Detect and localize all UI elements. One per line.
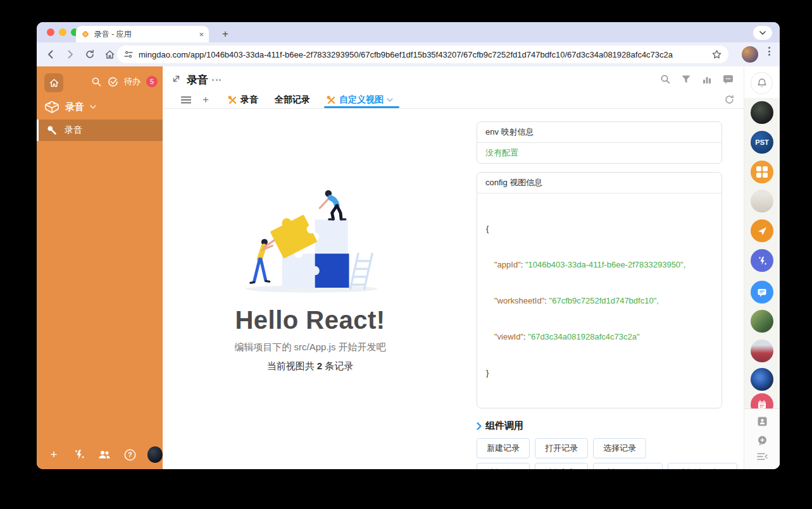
list-collapse-icon (757, 453, 768, 460)
statistics-icon[interactable] (701, 73, 713, 85)
select-org-role-button[interactable]: 选择组织角色 (593, 463, 663, 469)
notifications-button[interactable] (751, 72, 773, 94)
record-count-text: 当前视图共2条记录 (163, 360, 458, 372)
app-name: 录音 (65, 101, 84, 113)
view-tab-recording[interactable]: 录音 (228, 92, 258, 108)
dock-avatar-2[interactable] (751, 190, 773, 212)
hello-title: Hello React! (163, 306, 458, 334)
forward-button[interactable] (61, 46, 79, 63)
config-json: { "appId": "1046b403-33da-411f-b6ee-2f78… (477, 193, 721, 408)
select-department-button[interactable]: 选择部门 (535, 463, 588, 469)
app-sidebar: 待办 5 录音 录音 + ? (37, 66, 163, 469)
collapse-diagonal-icon[interactable] (172, 74, 181, 86)
close-tab-icon[interactable]: × (199, 30, 204, 39)
debug-panel: env 映射信息 没有配置 config 视图信息 { "appId": "10… (477, 121, 722, 469)
dock-avatar-4[interactable] (751, 340, 773, 362)
dock-automation-button[interactable] (751, 249, 773, 272)
reload-button[interactable] (81, 46, 99, 63)
user-avatar[interactable] (147, 446, 163, 463)
paper-plane-icon (757, 226, 768, 236)
browser-menu-icon[interactable] (764, 47, 774, 56)
address-bar[interactable]: mingdao.com/app/1046b403-33da-411f-b6ee-… (117, 46, 728, 63)
dock-avatar-1[interactable] (751, 101, 773, 124)
todo-label[interactable]: 待办 (124, 76, 141, 87)
new-chat-button[interactable] (756, 434, 768, 446)
refresh-view-button[interactable] (724, 94, 735, 107)
custom-view-icon (228, 95, 237, 105)
add-view-button[interactable]: + (200, 94, 211, 106)
env-info-box: env 映射信息 没有配置 (477, 121, 722, 164)
minimize-window-button[interactable] (59, 28, 66, 36)
search-icon[interactable] (91, 77, 102, 87)
dock-send-button[interactable] (751, 219, 773, 242)
component-buttons-row-2: 选择人员 选择部门 选择组织角色 选择地图定位 (477, 463, 722, 469)
chevron-down-icon (90, 105, 96, 109)
dock-chat-button[interactable] (751, 281, 773, 304)
select-record-button[interactable]: 选择记录 (593, 438, 646, 458)
components-section-title: 组件调用 (485, 420, 523, 432)
right-dock: PST (744, 66, 780, 469)
chat-plus-icon (757, 435, 768, 446)
config-box-title: config 视图信息 (477, 173, 721, 193)
tab-title: 录音 - 应用 (94, 29, 194, 40)
bell-icon (757, 78, 767, 89)
hello-react-section: Hello React! 编辑项目下的 src/App.js 开始开发吧 当前视… (163, 109, 458, 469)
select-map-location-button[interactable]: 选择地图定位 (668, 463, 737, 469)
dock-pst-badge[interactable]: PST (751, 131, 773, 154)
browser-tab[interactable]: 录音 - 应用 × (76, 26, 209, 42)
record-search-icon[interactable] (659, 73, 671, 85)
url-text[interactable]: mingdao.com/app/1046b403-33da-411f-b6ee-… (139, 50, 706, 59)
filter-icon[interactable] (680, 73, 692, 85)
todo-check-icon[interactable] (108, 77, 118, 87)
contacts-button[interactable] (756, 415, 768, 427)
discussion-icon[interactable] (722, 73, 734, 85)
view-tab-all-records[interactable]: 全部记录 (275, 92, 310, 108)
worksheet-title: 录音 (187, 73, 208, 87)
sidebar-item-recording[interactable]: 录音 (37, 120, 163, 141)
dock-avatar-earth[interactable] (751, 368, 773, 391)
home-button[interactable] (101, 46, 118, 63)
browser-tab-bar: 录音 - 应用 × + (37, 22, 780, 42)
worksheet-main: 录音 + 录音 全部记录 (163, 66, 744, 469)
open-record-button[interactable]: 打开记录 (535, 438, 588, 458)
chevron-down-icon[interactable] (387, 98, 393, 102)
dock-apps-button[interactable] (751, 161, 773, 183)
env-box-body: 没有配置 (477, 143, 721, 163)
svg-text:?: ? (128, 451, 132, 458)
close-window-button[interactable] (47, 28, 54, 36)
more-options-icon[interactable] (212, 79, 221, 81)
puzzle-illustration (231, 183, 389, 297)
home-nav-button[interactable] (44, 73, 63, 92)
custom-view-body: Hello React! 编辑项目下的 src/App.js 开始开发吧 当前视… (163, 109, 744, 469)
chevron-down-icon (759, 31, 766, 35)
help-icon[interactable]: ? (122, 449, 139, 461)
record-count-value: 2 (317, 360, 322, 371)
env-box-title: env 映射信息 (477, 122, 721, 143)
back-button[interactable] (42, 46, 59, 63)
app-cube-icon (44, 101, 59, 114)
new-tab-button[interactable]: + (218, 27, 233, 42)
todo-count-badge[interactable]: 5 (146, 76, 158, 87)
collapse-dock-button[interactable] (756, 451, 768, 462)
dock-avatar-3[interactable] (751, 310, 773, 333)
components-section-header[interactable]: 组件调用 (477, 420, 722, 432)
tab-search-button[interactable] (753, 26, 772, 40)
view-tab-bar: + 录音 全部记录 自定义视图 (163, 92, 744, 109)
app-switcher[interactable]: 录音 (37, 97, 163, 117)
browser-toolbar: mingdao.com/app/1046b403-33da-411f-b6ee-… (37, 42, 780, 66)
magic-workflow-icon[interactable] (71, 449, 87, 460)
browser-profile-avatar[interactable] (742, 46, 758, 63)
chat-icon (756, 287, 768, 298)
hello-subtitle: 编辑项目下的 src/App.js 开始开发吧 (163, 341, 458, 353)
view-list-icon[interactable] (180, 96, 192, 104)
microphone-icon (47, 125, 57, 135)
add-button[interactable]: + (46, 448, 62, 462)
new-record-button[interactable]: 新建记录 (477, 438, 530, 458)
window-controls (47, 28, 78, 36)
bookmark-star-icon[interactable] (711, 49, 722, 60)
members-icon[interactable] (96, 450, 113, 460)
sidebar-bottom-bar: + ? (37, 446, 163, 463)
view-tab-custom-view[interactable]: 自定义视图 (327, 92, 393, 108)
select-user-button[interactable]: 选择人员 (477, 463, 530, 469)
site-info-icon[interactable] (123, 50, 134, 59)
